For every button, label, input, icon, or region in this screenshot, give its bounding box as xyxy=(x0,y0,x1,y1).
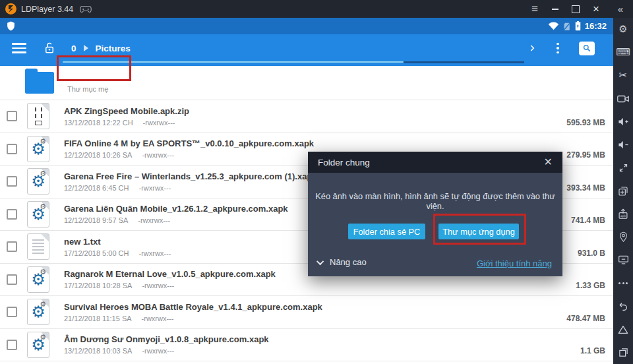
breadcrumb[interactable]: 0 Pictures xyxy=(71,44,131,53)
selection-count: 0 xyxy=(71,44,76,53)
file-permissions: -rwxrwx--- xyxy=(142,282,174,289)
file-permissions: -rwxrwx--- xyxy=(138,184,171,192)
screen-record-icon[interactable] xyxy=(613,87,633,110)
file-checkbox[interactable] xyxy=(7,241,17,252)
file-name: new 1.txt xyxy=(64,237,171,247)
emulator-screen: 16:32 0 Pictures xyxy=(0,18,613,364)
file-checkbox[interactable] xyxy=(7,340,17,350)
file-checkbox[interactable] xyxy=(7,111,17,121)
xapk-file-icon xyxy=(27,332,49,358)
multi-instance-icon[interactable] xyxy=(613,179,633,202)
install-apk-icon[interactable]: apk xyxy=(613,202,633,226)
maximize-button[interactable] xyxy=(568,3,583,16)
recent-apps-icon[interactable] xyxy=(613,341,633,364)
no-sim-icon xyxy=(563,22,571,31)
file-permissions: -rwxrwx--- xyxy=(142,347,174,355)
txt-file-icon xyxy=(27,233,49,260)
keyboard-icon[interactable]: ⌨ xyxy=(613,41,633,64)
window-menu-button[interactable] xyxy=(528,3,542,16)
file-subtitle: Thư mục mẹ xyxy=(67,85,108,93)
wifi-icon xyxy=(548,22,559,30)
shield-icon xyxy=(7,21,15,31)
dialog-header: Folder chung ✕ xyxy=(308,152,562,173)
close-window-button[interactable] xyxy=(589,3,603,16)
file-checkbox[interactable] xyxy=(7,307,17,317)
file-permissions: -rwxrwx--- xyxy=(142,315,174,322)
gamepad-icon[interactable] xyxy=(80,5,92,14)
collapse-sidebar-icon[interactable] xyxy=(613,3,628,16)
xapk-file-icon xyxy=(27,136,49,162)
file-row[interactable]: Survival Heroes MOBA Battle Royale_v1.4.… xyxy=(0,296,613,329)
file-size: 478.47 MB xyxy=(566,314,605,323)
dialog-title: Folder chung xyxy=(318,158,370,167)
chevron-right-icon[interactable] xyxy=(528,43,537,53)
scissors-icon[interactable]: ✂ xyxy=(613,64,633,87)
volume-up-icon[interactable] xyxy=(613,110,633,133)
fullscreen-icon[interactable] xyxy=(613,156,633,179)
file-name: Survival Heroes MOBA Battle Royale_v1.4.… xyxy=(64,302,322,312)
settings-gear-icon[interactable]: ⚙ xyxy=(613,18,633,41)
advanced-label: Nâng cao xyxy=(330,257,367,267)
window-title: LDPlayer 3.44 xyxy=(21,5,73,14)
file-date: 12/12/2018 6:45 CH xyxy=(64,184,129,192)
file-permissions: -rwxrwx--- xyxy=(138,216,170,224)
dialog-message: Kéo ảnh vào màn hình, hình ảnh sẽ tự độn… xyxy=(308,191,562,211)
overflow-menu-icon[interactable] xyxy=(557,43,559,54)
remote-screen-icon[interactable] xyxy=(613,249,633,272)
xapk-file-icon xyxy=(27,201,49,228)
virtual-gps-icon[interactable] xyxy=(613,226,633,249)
current-folder-label: Pictures xyxy=(96,44,131,53)
file-permissions: -rwxrwx--- xyxy=(138,249,171,257)
xapk-file-icon xyxy=(27,299,49,325)
file-checkbox[interactable] xyxy=(7,274,17,285)
back-icon[interactable] xyxy=(613,295,633,318)
file-size: 741.4 MB xyxy=(571,216,605,225)
close-icon[interactable]: ✕ xyxy=(544,157,553,167)
file-size: 279.95 MB xyxy=(566,150,605,160)
file-name: Ragnarok M Eternal Love_v1.0.5_apkpure.c… xyxy=(64,269,276,279)
file-row[interactable]: Âm Dương Sư Onmyoji_v1.0.8_apkpure.com.x… xyxy=(0,329,613,362)
android-status-bar: 16:32 xyxy=(0,18,613,34)
file-name: Âm Dương Sư Onmyoji_v1.0.8_apkpure.com.x… xyxy=(64,334,269,344)
chevron-down-icon xyxy=(316,257,324,264)
ldplayer-window: LDPlayer 3.44 xyxy=(0,0,633,364)
zip-file-icon xyxy=(27,103,49,129)
file-date: 17/12/2018 10:28 SA xyxy=(64,282,132,289)
file-size: 1.33 GB xyxy=(576,281,605,290)
volume-down-icon[interactable] xyxy=(613,133,633,156)
file-date: 21/12/2018 11:15 SA xyxy=(64,315,132,322)
feature-intro-link[interactable]: Giới thiệu tính năng xyxy=(477,258,552,268)
file-size: 931.0 B xyxy=(578,249,605,258)
file-date: 17/12/2018 5:00 CH xyxy=(64,249,129,257)
file-checkbox[interactable] xyxy=(7,209,17,220)
file-name: APK ZingSpeed Mobile.apk.zip xyxy=(64,106,189,116)
annotation-breadcrumb-highlight xyxy=(57,55,131,81)
search-icon[interactable] xyxy=(579,42,595,55)
clock-text: 16:32 xyxy=(585,21,607,31)
unlock-icon[interactable] xyxy=(44,42,55,55)
scroll-indicator-thumb[interactable] xyxy=(404,61,524,64)
folder-icon xyxy=(25,72,54,94)
svg-text:apk: apk xyxy=(620,214,626,218)
file-date: 12/12/2018 9:57 SA xyxy=(64,216,128,224)
file-checkbox[interactable] xyxy=(7,176,17,187)
pc-share-folder-button[interactable]: Folder chia sẻ PC xyxy=(348,224,425,239)
title-bar: LDPlayer 3.44 xyxy=(0,0,633,18)
hamburger-menu-icon[interactable] xyxy=(12,43,26,53)
more-icon[interactable] xyxy=(613,272,633,295)
minimize-button[interactable] xyxy=(548,3,562,16)
file-name: Garena Liên Quân Mobile_v1.26.1.2_apkpur… xyxy=(64,204,288,214)
advanced-toggle[interactable]: Nâng cao xyxy=(318,257,367,267)
file-name: FIFA Online 4 M by EA SPORTS™_v0.0.10_ap… xyxy=(64,138,314,148)
home-icon[interactable] xyxy=(613,318,633,341)
file-permissions: -rwxrwx--- xyxy=(143,119,175,127)
emulator-sidebar: ⚙ ⌨ ✂ apk xyxy=(613,18,633,364)
file-size: 1.1 GB xyxy=(580,346,605,355)
file-size: 393.34 MB xyxy=(566,183,605,193)
annotation-app-folder-highlight xyxy=(433,214,526,245)
xapk-file-icon xyxy=(27,168,49,195)
file-row[interactable]: APK ZingSpeed Mobile.apk.zip 13/12/2018 … xyxy=(0,100,613,133)
file-date: 13/12/2018 12:22 CH xyxy=(64,119,133,127)
file-checkbox[interactable] xyxy=(7,144,17,154)
ldplayer-logo-icon xyxy=(5,3,16,15)
